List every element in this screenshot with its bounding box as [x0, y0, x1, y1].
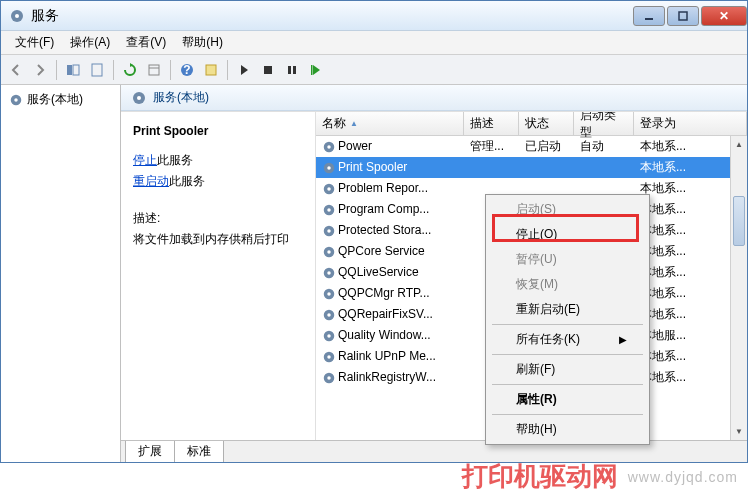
svg-rect-15 — [311, 65, 313, 75]
stop-suffix: 此服务 — [157, 153, 193, 167]
description-text: 将文件加载到内存供稍后打印 — [133, 231, 303, 248]
stop-service-button[interactable] — [257, 59, 279, 81]
properties-button[interactable] — [143, 59, 165, 81]
scroll-down-arrow[interactable]: ▼ — [731, 423, 747, 440]
svg-rect-7 — [149, 65, 159, 75]
cm-stop[interactable]: 停止(O) — [488, 222, 647, 247]
service-name-heading: Print Spooler — [133, 124, 303, 138]
window-title: 服务 — [31, 7, 631, 25]
restart-service-button[interactable] — [305, 59, 327, 81]
export-button[interactable] — [86, 59, 108, 81]
description-label: 描述: — [133, 210, 303, 227]
cm-separator — [492, 384, 643, 385]
column-status[interactable]: 状态 — [519, 112, 574, 135]
close-button[interactable]: ✕ — [701, 6, 747, 26]
help2-button[interactable] — [200, 59, 222, 81]
svg-rect-2 — [645, 18, 653, 20]
column-startup-type[interactable]: 启动类型 — [574, 112, 634, 135]
toolbar-separator — [113, 60, 114, 80]
titlebar: 服务 ✕ — [1, 1, 747, 31]
column-description[interactable]: 描述 — [464, 112, 519, 135]
svg-point-31 — [327, 250, 331, 254]
tab-standard[interactable]: 标准 — [174, 441, 224, 462]
menu-help[interactable]: 帮助(H) — [174, 31, 231, 54]
svg-point-43 — [327, 376, 331, 380]
tab-extended[interactable]: 扩展 — [125, 441, 175, 462]
menu-file[interactable]: 文件(F) — [7, 31, 62, 54]
service-row[interactable]: Power管理...已启动自动本地系... — [316, 136, 747, 157]
svg-point-19 — [137, 96, 141, 100]
toolbar-separator — [56, 60, 57, 80]
watermark-cn: 打印机驱动网 — [462, 459, 618, 494]
svg-point-37 — [327, 313, 331, 317]
detail-pane: Print Spooler 停止此服务 重启动此服务 描述: 将文件加载到内存供… — [121, 112, 316, 440]
gear-icon — [131, 90, 147, 106]
start-service-button[interactable] — [233, 59, 255, 81]
tree-pane: 服务(本地) — [1, 85, 121, 462]
stop-row: 停止此服务 — [133, 152, 303, 169]
svg-point-1 — [15, 14, 19, 18]
tree-root[interactable]: 服务(本地) — [5, 89, 116, 110]
svg-point-29 — [327, 229, 331, 233]
svg-text:?: ? — [183, 63, 190, 77]
menu-view[interactable]: 查看(V) — [118, 31, 174, 54]
svg-rect-12 — [264, 66, 272, 74]
cm-resume: 恢复(M) — [488, 272, 647, 297]
svg-rect-4 — [67, 65, 72, 75]
watermark: 打印机驱动网 www.dyjqd.com — [462, 459, 738, 494]
scroll-up-arrow[interactable]: ▲ — [731, 136, 747, 153]
restart-service-link[interactable]: 重启动 — [133, 174, 169, 188]
services-app-icon — [9, 8, 25, 24]
show-hide-tree-button[interactable] — [62, 59, 84, 81]
cm-separator — [492, 324, 643, 325]
svg-rect-5 — [73, 65, 79, 75]
cm-start: 启动(S) — [488, 197, 647, 222]
svg-point-39 — [327, 334, 331, 338]
list-header: 名称▲ 描述 状态 启动类型 登录为 — [316, 112, 747, 136]
svg-point-21 — [327, 145, 331, 149]
sort-asc-icon: ▲ — [350, 119, 358, 128]
service-row[interactable]: Print Spooler本地系... — [316, 157, 747, 178]
svg-rect-3 — [679, 12, 687, 20]
refresh-button[interactable] — [119, 59, 141, 81]
svg-rect-6 — [92, 64, 102, 76]
vertical-scrollbar[interactable]: ▲ ▼ — [730, 136, 747, 440]
main-pane: 服务(本地) Print Spooler 停止此服务 重启动此服务 描述: 将文… — [121, 85, 747, 462]
back-button[interactable] — [5, 59, 27, 81]
cm-separator — [492, 354, 643, 355]
tree-root-label: 服务(本地) — [27, 91, 83, 108]
column-name[interactable]: 名称▲ — [316, 112, 464, 135]
forward-button[interactable] — [29, 59, 51, 81]
toolbar-separator — [227, 60, 228, 80]
svg-point-23 — [327, 166, 331, 170]
column-login-as[interactable]: 登录为 — [634, 112, 747, 135]
cm-properties[interactable]: 属性(R) — [488, 387, 647, 412]
svg-rect-13 — [288, 66, 291, 74]
stop-service-link[interactable]: 停止 — [133, 153, 157, 167]
pause-service-button[interactable] — [281, 59, 303, 81]
cm-separator — [492, 414, 643, 415]
toolbar-separator — [170, 60, 171, 80]
toolbar: ? — [1, 55, 747, 85]
restart-row: 重启动此服务 — [133, 173, 303, 190]
svg-point-17 — [14, 98, 18, 102]
watermark-en: www.dyjqd.com — [628, 469, 738, 485]
svg-rect-11 — [206, 65, 216, 75]
maximize-button[interactable] — [667, 6, 699, 26]
scroll-thumb[interactable] — [733, 196, 745, 246]
svg-point-27 — [327, 208, 331, 212]
cm-restart[interactable]: 重新启动(E) — [488, 297, 647, 322]
svg-point-33 — [327, 271, 331, 275]
panel-title: 服务(本地) — [153, 89, 209, 106]
restart-suffix: 此服务 — [169, 174, 205, 188]
help-button[interactable]: ? — [176, 59, 198, 81]
cm-all-tasks[interactable]: 所有任务(K)▶ — [488, 327, 647, 352]
menu-action[interactable]: 操作(A) — [62, 31, 118, 54]
panel-header: 服务(本地) — [121, 85, 747, 111]
menubar: 文件(F) 操作(A) 查看(V) 帮助(H) — [1, 31, 747, 55]
cm-refresh[interactable]: 刷新(F) — [488, 357, 647, 382]
cm-help[interactable]: 帮助(H) — [488, 417, 647, 442]
minimize-button[interactable] — [633, 6, 665, 26]
svg-rect-14 — [293, 66, 296, 74]
gear-icon — [9, 93, 23, 107]
